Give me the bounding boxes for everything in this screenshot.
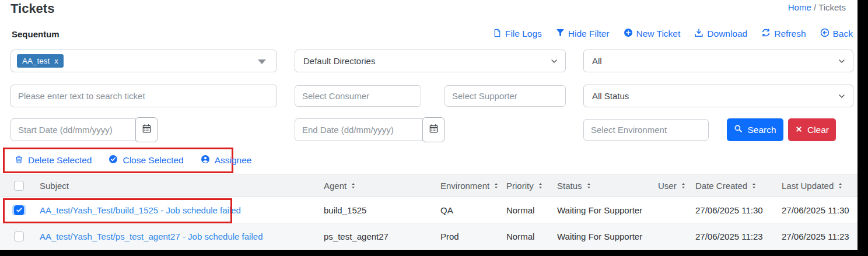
sort-icon[interactable] — [349, 182, 357, 190]
column-header-last-updated[interactable]: Last Updated — [775, 181, 858, 191]
ticket-subject-link[interactable]: AA_test/Yash_Test/ps_test_agent27 - Job … — [40, 232, 262, 241]
close-selected-label: Close Selected — [123, 155, 183, 166]
table-row: AA_test/Yash_Test/build_1525 - Job sched… — [0, 197, 858, 223]
status-cell: Waiting For Supporter — [550, 232, 651, 241]
delete-selected-label: Delete Selected — [28, 155, 92, 166]
check-circle-icon — [108, 155, 118, 166]
breadcrumb-current: Tickets — [818, 2, 846, 12]
breadcrumb: Home / Tickets — [788, 2, 846, 12]
column-header-agent[interactable]: Agent — [317, 181, 433, 191]
sort-icon[interactable] — [836, 182, 844, 190]
file-logs-link[interactable]: File Logs — [493, 29, 542, 40]
search-button-label: Search — [747, 125, 776, 135]
plus-circle-icon — [624, 28, 633, 40]
status-select-value: All Status — [592, 91, 629, 101]
person-circle-icon — [201, 155, 210, 166]
bulk-actions-annotation-box: Delete Selected Close Selected Assignee — [3, 148, 233, 173]
sort-icon[interactable] — [750, 182, 758, 190]
remove-tag-button[interactable]: x — [54, 57, 58, 65]
check-icon — [16, 205, 23, 215]
column-header-date-created[interactable]: Date Created — [688, 181, 775, 191]
caret-down-icon — [258, 59, 266, 64]
status-cell: Waiting For Supporter — [550, 205, 651, 215]
supporter-input[interactable] — [444, 85, 566, 107]
environment-input[interactable] — [583, 119, 709, 141]
directories-select-value: Default Directories — [303, 56, 375, 66]
agent-cell: ps_test_agent27 — [317, 232, 433, 241]
download-icon — [694, 28, 704, 40]
tickets-page: Tickets Home / Tickets Sequentum File Lo… — [0, 0, 858, 250]
hide-filter-link[interactable]: Hide Filter — [556, 29, 610, 40]
assignee-label: Assignee — [215, 155, 252, 166]
chevron-down-icon — [838, 92, 846, 102]
table-header-row: Subject Agent Environment Priority Statu… — [0, 174, 858, 197]
row-checkbox[interactable] — [14, 205, 24, 215]
column-header-subject[interactable]: Subject — [33, 181, 317, 191]
column-header-status[interactable]: Status — [550, 181, 651, 191]
clear-button-label: Clear — [807, 125, 829, 135]
tickets-table: Subject Agent Environment Priority Statu… — [0, 174, 858, 250]
sort-icon[interactable] — [537, 182, 544, 190]
client-name-label: Sequentum — [12, 29, 60, 39]
start-date-calendar-button[interactable] — [135, 117, 158, 142]
all-select-value: All — [592, 56, 602, 66]
directory-tag: AA_test x — [17, 54, 64, 68]
priority-cell: Normal — [499, 205, 550, 215]
breadcrumb-home-link[interactable]: Home — [788, 2, 811, 12]
end-date-calendar-button[interactable] — [422, 117, 444, 142]
close-selected-link[interactable]: Close Selected — [108, 155, 183, 166]
environment-cell: Prod — [433, 232, 499, 241]
file-logs-label: File Logs — [505, 29, 542, 39]
start-date-input[interactable] — [10, 118, 136, 141]
new-ticket-link[interactable]: New Ticket — [624, 28, 681, 40]
toolbar: File Logs Hide Filter New Ticket Downloa… — [493, 28, 853, 40]
date-created-cell: 27/06/2025 11:30 — [688, 205, 775, 215]
ticket-subject-link[interactable]: AA_test/Yash_Test/build_1525 - Job sched… — [40, 205, 241, 215]
directory-tag-label: AA_test — [22, 57, 50, 65]
chevron-down-icon — [838, 57, 846, 67]
select-all-checkbox[interactable] — [14, 181, 24, 191]
search-button[interactable]: Search — [727, 118, 783, 141]
hide-filter-label: Hide Filter — [568, 29, 610, 39]
file-icon — [493, 29, 502, 40]
end-date-input[interactable] — [295, 118, 423, 141]
column-header-environment[interactable]: Environment — [433, 181, 499, 191]
trash-icon — [15, 155, 23, 166]
directory-multiselect[interactable]: AA_test x — [10, 50, 277, 72]
sort-icon[interactable] — [492, 182, 499, 190]
page-title: Tickets — [10, 1, 54, 16]
table-row: AA_test/Yash_Test/ps_test_agent27 - Job … — [0, 223, 858, 250]
column-header-priority[interactable]: Priority — [499, 181, 550, 191]
directories-select[interactable]: Default Directories — [295, 50, 566, 72]
last-updated-cell: 27/06/2025 11:30 — [775, 205, 858, 215]
funnel-icon — [556, 29, 565, 40]
date-created-cell: 27/06/2025 11:23 — [688, 232, 775, 241]
last-updated-cell: 27/06/2025 11:23 — [775, 232, 858, 241]
x-icon — [795, 125, 803, 135]
download-label: Download — [707, 29, 747, 39]
new-ticket-label: New Ticket — [636, 29, 681, 39]
priority-cell: Normal — [499, 232, 550, 241]
all-select[interactable]: All — [583, 50, 853, 72]
download-link[interactable]: Download — [694, 28, 747, 40]
sort-icon[interactable] — [585, 182, 593, 190]
delete-selected-link[interactable]: Delete Selected — [15, 155, 92, 166]
row-checkbox[interactable] — [14, 232, 24, 241]
column-header-user[interactable]: User — [651, 181, 688, 191]
sort-icon[interactable] — [680, 182, 687, 190]
assignee-link[interactable]: Assignee — [201, 155, 252, 166]
back-link[interactable]: Back — [820, 28, 853, 40]
chevron-down-icon — [550, 57, 558, 67]
refresh-link[interactable]: Refresh — [761, 28, 806, 40]
back-label: Back — [833, 29, 853, 39]
status-select[interactable]: All Status — [583, 85, 853, 107]
end-date-group — [295, 118, 444, 142]
environment-cell: QA — [433, 205, 499, 215]
back-circle-icon — [820, 28, 830, 40]
search-ticket-input[interactable] — [10, 85, 277, 107]
calendar-icon — [142, 124, 152, 136]
consumer-input[interactable] — [295, 85, 421, 107]
clear-button[interactable]: Clear — [788, 118, 836, 141]
search-icon — [734, 124, 743, 135]
refresh-icon — [761, 28, 771, 40]
